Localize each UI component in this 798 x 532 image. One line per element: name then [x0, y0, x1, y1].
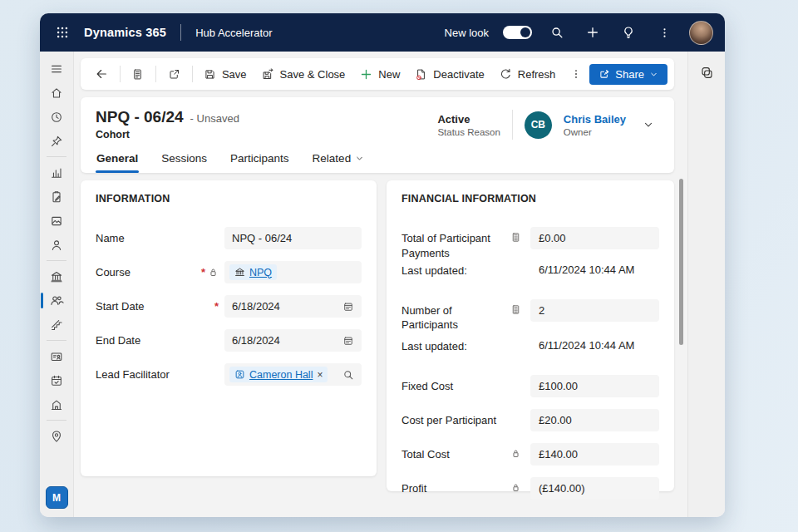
sidebar-item-contacts[interactable] — [42, 233, 71, 257]
tab-participants[interactable]: Participants — [229, 147, 290, 173]
course-link[interactable]: NPQ — [249, 267, 272, 278]
participants-count-value[interactable]: 2 — [530, 299, 659, 322]
status-value: Active — [437, 113, 500, 126]
sidebar-divider — [47, 340, 66, 341]
waffle-icon — [56, 26, 69, 39]
fixed-cost-input[interactable]: £100.00 — [530, 375, 659, 397]
back-arrow-icon — [95, 67, 108, 81]
total-payments-value[interactable]: £0.00 — [530, 227, 659, 249]
form-switcher-button[interactable] — [124, 64, 151, 85]
end-date-input[interactable]: 6/18/2024 — [224, 329, 362, 352]
lookup-search-icon[interactable] — [342, 369, 354, 381]
deactivate-button[interactable]: Deactivate — [407, 64, 491, 85]
course-lookup-field[interactable]: NPQ — [224, 261, 362, 283]
field-number-of-participants: Number of Participants 2 — [401, 299, 659, 332]
popout-button[interactable] — [160, 64, 188, 85]
sidebar-item-locations[interactable] — [42, 424, 71, 448]
unsaved-indicator: - Unsaved — [190, 112, 239, 125]
lead-facilitator-lookup-field[interactable]: Cameron Hall × — [224, 363, 362, 386]
record-header: NPQ - 06/24 - Unsaved Cohort Active Stat… — [81, 97, 674, 173]
record-title: NPQ - 06/24 — [96, 108, 184, 126]
copilot-button[interactable] — [696, 62, 717, 83]
sidebar-divider — [47, 156, 66, 157]
sidebar-item-pathways[interactable] — [42, 313, 71, 337]
status-label: Status Reason — [437, 127, 500, 137]
whats-new-button[interactable] — [618, 22, 639, 43]
share-button[interactable]: Share — [589, 64, 667, 85]
share-icon — [598, 68, 610, 80]
refresh-label: Refresh — [518, 68, 556, 81]
new-button[interactable]: New — [352, 64, 407, 85]
calendar-picker-icon[interactable] — [342, 301, 354, 313]
chevron-down-icon — [643, 119, 654, 131]
owner-name-link[interactable]: Chris Bailey — [564, 113, 626, 126]
sidebar-item-insights[interactable] — [42, 160, 71, 185]
field-fixed-cost: Fixed Cost £100.00 — [401, 375, 659, 397]
header-expand-button[interactable] — [638, 114, 659, 135]
pin-icon — [50, 135, 63, 148]
lock-icon — [510, 448, 521, 459]
tab-related[interactable]: Related — [312, 147, 366, 173]
clock-icon — [50, 111, 63, 124]
back-button[interactable] — [87, 63, 116, 85]
sidebar-item-courses[interactable] — [42, 264, 71, 288]
facilitator-pill[interactable]: Cameron Hall × — [229, 367, 328, 382]
sidebar-item-home[interactable] — [42, 81, 71, 105]
environment-badge[interactable]: M — [46, 486, 68, 509]
remove-value-button[interactable]: × — [317, 370, 323, 380]
sidebar-item-facilitators[interactable] — [42, 344, 71, 368]
command-overflow-button[interactable] — [563, 64, 589, 84]
copilot-icon — [700, 66, 714, 80]
institution-icon — [50, 270, 63, 283]
sidebar-item-tasks[interactable] — [42, 185, 71, 209]
app-name[interactable]: Hub Accelerator — [195, 27, 273, 39]
menu-icon — [50, 62, 63, 76]
location-pin-icon — [50, 430, 63, 443]
save-close-label: Save & Close — [280, 68, 346, 81]
quick-create-button[interactable] — [582, 22, 603, 43]
form-scrollbar[interactable] — [679, 179, 683, 345]
sidebar-item-media[interactable] — [42, 209, 71, 233]
waffle-menu-button[interactable] — [52, 22, 73, 43]
more-commands-button[interactable] — [653, 22, 675, 43]
profit-value[interactable]: (£140.00) — [530, 477, 659, 500]
field-profit: Profit (£140.00) — [401, 477, 659, 500]
tab-sessions[interactable]: Sessions — [160, 147, 208, 173]
save-and-close-button[interactable]: Save & Close — [254, 64, 353, 85]
status-block: Active Status Reason — [437, 113, 500, 137]
sidebar-divider — [47, 260, 66, 261]
last-updated-value: 6/11/2024 10:44 AM — [530, 339, 659, 352]
sidebar-item-cohorts[interactable] — [42, 288, 71, 313]
start-date-input[interactable]: 6/18/2024 — [224, 295, 362, 318]
calendar-picker-icon[interactable] — [342, 335, 354, 347]
facilitator-link[interactable]: Cameron Hall — [249, 369, 313, 381]
chevron-down-icon — [649, 70, 658, 79]
sidebar-item-pinned[interactable] — [42, 129, 71, 153]
more-vertical-icon — [570, 68, 582, 80]
total-cost-value[interactable]: £140.00 — [530, 443, 659, 466]
save-icon — [204, 68, 216, 81]
form-icon — [131, 68, 144, 81]
sidebar-item-recent[interactable] — [42, 105, 71, 129]
course-lookup-pill[interactable]: NPQ — [229, 264, 277, 280]
refresh-button[interactable]: Refresh — [492, 64, 564, 85]
information-heading: INFORMATION — [96, 193, 362, 204]
tab-general[interactable]: General — [96, 147, 139, 173]
name-input[interactable]: NPQ - 06/24 — [224, 227, 362, 249]
calendar-check-icon — [50, 374, 63, 387]
header-divider — [512, 110, 513, 140]
financial-heading: FINANCIAL INFORMATION — [401, 193, 659, 204]
field-last-updated-1: Last updated: 6/11/2024 10:44 AM — [401, 264, 659, 278]
field-name: Name NPQ - 06/24 — [96, 227, 362, 249]
clipboard-edit-icon — [50, 190, 63, 204]
owner-avatar[interactable]: CB — [525, 111, 552, 139]
sidebar-item-menu[interactable] — [42, 57, 71, 81]
deactivate-icon — [415, 68, 427, 81]
user-avatar[interactable] — [689, 21, 713, 45]
cost-per-participant-input[interactable]: £20.00 — [530, 409, 659, 431]
sidebar-item-schedule[interactable] — [42, 368, 71, 392]
save-button[interactable]: Save — [196, 64, 254, 85]
new-look-toggle[interactable] — [503, 26, 532, 39]
sidebar-item-providers[interactable] — [42, 392, 71, 416]
search-button[interactable] — [546, 22, 568, 43]
